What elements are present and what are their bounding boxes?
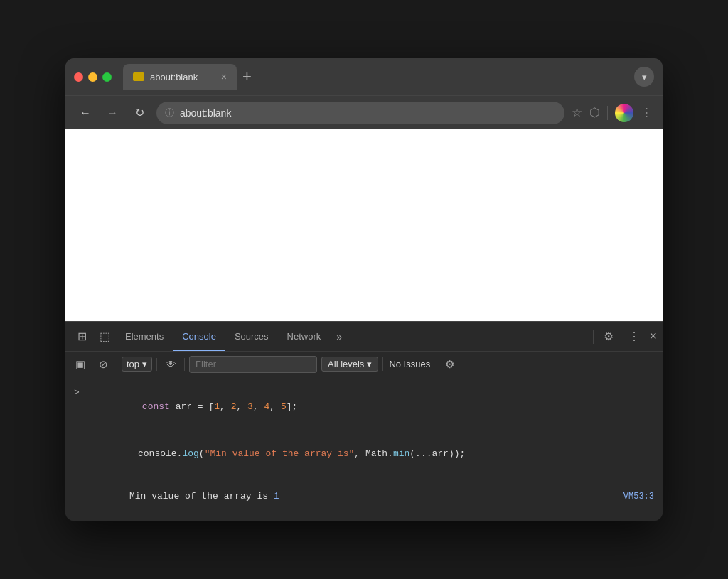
issues-badge: No Issues [382, 357, 436, 371]
tab-elements[interactable]: Elements [117, 322, 172, 351]
devtools-panel: ⊞ ⬚ Elements Console Sources Network » ⚙… [65, 321, 663, 521]
nav-right-actions: ☆ ⬡ ⋮ [572, 104, 653, 122]
console-code-snippet: const arr = [1, 2, 3, 4, 5]; [87, 386, 298, 428]
devtools-dock-icon[interactable]: ⊞ [71, 326, 92, 347]
clear-console-icon[interactable]: ⊘ [94, 355, 112, 374]
refresh-button[interactable]: ↻ [129, 103, 149, 123]
tab-console[interactable]: Console [173, 322, 225, 351]
tab-bar: about:blank × + [123, 64, 628, 90]
url-text: about:blank [180, 107, 556, 119]
page-content [65, 129, 663, 321]
levels-dropdown-icon: ▾ [367, 359, 372, 369]
tab-title: about:blank [150, 72, 198, 82]
address-bar[interactable]: ⓘ about:blank [156, 102, 564, 124]
maximize-button[interactable] [102, 72, 112, 82]
toolbar-divider-2 [156, 358, 157, 371]
devtools-menu-icon[interactable]: ⋮ [623, 326, 645, 347]
divider [593, 330, 594, 344]
forward-button[interactable]: → [102, 103, 122, 123]
back-button[interactable]: ← [75, 103, 95, 123]
console-log-code: console.log("Min value of the array is",… [82, 433, 465, 475]
info-icon: ⓘ [165, 107, 174, 119]
nav-divider [607, 106, 608, 120]
tab-close-button[interactable]: × [221, 71, 227, 82]
title-bar: about:blank × + ▾ [65, 58, 663, 95]
levels-label: All levels [328, 359, 364, 369]
traffic-lights [74, 72, 112, 82]
context-selector[interactable]: top ▾ [122, 357, 152, 372]
extension-icon[interactable]: ⬡ [589, 105, 600, 120]
devtools-right-actions: ⚙ ⋮ × [593, 326, 657, 347]
toolbar-divider-3 [184, 358, 185, 371]
vm-source-link[interactable]: VM53:3 [623, 492, 654, 502]
context-dropdown-icon: ▾ [142, 359, 147, 369]
console-input-line: > const arr = [1, 2, 3, 4, 5]; [65, 383, 663, 431]
toolbar-divider [117, 358, 117, 371]
new-tab-button[interactable]: + [242, 69, 252, 85]
bookmark-icon[interactable]: ☆ [572, 105, 582, 120]
devtools-tab-bar: ⊞ ⬚ Elements Console Sources Network » ⚙… [65, 322, 663, 352]
console-toolbar: ▣ ⊘ top ▾ 👁 All levels ▾ No Issues ⚙ [65, 352, 663, 377]
more-tabs-button[interactable]: » [331, 331, 348, 342]
devtools-close-button[interactable]: × [649, 329, 657, 344]
eye-icon[interactable]: 👁 [161, 355, 180, 374]
console-log-statement: console.log("Min value of the array is",… [65, 431, 663, 478]
active-tab[interactable]: about:blank × [123, 64, 237, 90]
nav-bar: ← → ↻ ⓘ about:blank ☆ ⬡ ⋮ [65, 95, 663, 129]
issues-settings-icon[interactable]: ⚙ [440, 355, 459, 374]
close-button[interactable] [74, 72, 83, 82]
tab-network[interactable]: Network [279, 322, 330, 351]
tab-favicon-icon [133, 72, 144, 81]
console-result-text: Min value of the array is 1 [74, 480, 279, 512]
devtools-settings-icon[interactable]: ⚙ [598, 326, 619, 347]
browser-window: about:blank × + ▾ ← → ↻ ⓘ about:blank ☆ … [65, 58, 663, 521]
console-output: > const arr = [1, 2, 3, 4, 5]; console.l… [65, 377, 663, 521]
log-levels-dropdown[interactable]: All levels ▾ [321, 357, 378, 372]
menu-icon[interactable]: ⋮ [641, 105, 653, 120]
tab-sources[interactable]: Sources [226, 322, 277, 351]
minimize-button[interactable] [88, 72, 97, 82]
console-result-line: Min value of the array is 1 VM53:3 [65, 477, 663, 515]
context-label: top [127, 359, 139, 369]
console-prompt: > [74, 386, 80, 400]
sidebar-toggle-icon[interactable]: ▣ [71, 355, 90, 374]
avatar[interactable] [615, 104, 633, 122]
devtools-inspect-icon[interactable]: ⬚ [94, 326, 115, 347]
tab-dropdown-button[interactable]: ▾ [634, 67, 654, 87]
filter-input[interactable] [189, 356, 317, 373]
